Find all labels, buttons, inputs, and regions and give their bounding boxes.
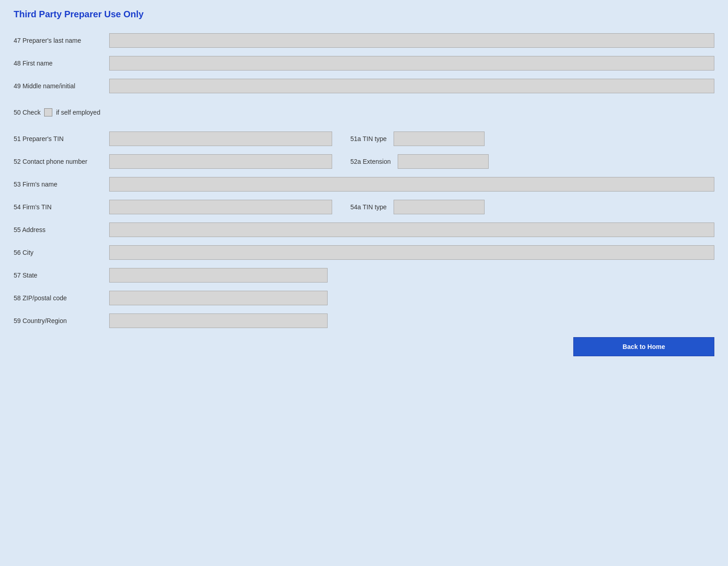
- field-59-row: 59 Country/Region: [14, 313, 714, 328]
- field-52a-input[interactable]: [398, 154, 489, 169]
- field-49-row: 49 Middle name/initial: [14, 79, 714, 93]
- field-55-input[interactable]: [109, 222, 714, 237]
- form-container: Third Party Preparer Use Only 47 Prepare…: [14, 9, 714, 356]
- back-to-home-row: Back to Home: [14, 337, 714, 356]
- page-title: Third Party Preparer Use Only: [14, 9, 714, 20]
- field-53-row: 53 Firm's name: [14, 177, 714, 192]
- field-54-label: 54 Firm's TIN: [14, 203, 109, 211]
- field-57-label: 57 State: [14, 272, 109, 279]
- field-55-row: 55 Address: [14, 222, 714, 237]
- field-48-input[interactable]: [109, 56, 714, 71]
- field-54-input[interactable]: [109, 200, 332, 214]
- field-54a-label: 54a TIN type: [350, 203, 387, 211]
- field-52-row: 52 Contact phone number 52a Extension: [14, 154, 714, 169]
- field-56-input[interactable]: [109, 245, 714, 260]
- field-57-input[interactable]: [109, 268, 328, 283]
- field-56-row: 56 City: [14, 245, 714, 260]
- field-52a-label: 52a Extension: [350, 158, 391, 165]
- field-58-label: 58 ZIP/postal code: [14, 294, 109, 302]
- field-59-label: 59 Country/Region: [14, 317, 109, 324]
- field-56-label: 56 City: [14, 249, 109, 256]
- field-59-input[interactable]: [109, 313, 328, 328]
- field-51a-input[interactable]: [394, 131, 485, 146]
- back-to-home-button[interactable]: Back to Home: [573, 337, 714, 356]
- field-52-input[interactable]: [109, 154, 332, 169]
- field-50-checkbox[interactable]: [44, 108, 52, 116]
- field-47-label: 47 Preparer's last name: [14, 37, 109, 44]
- field-50-row: 50 Check if self employed: [14, 108, 714, 116]
- field-51a-label: 51a TIN type: [350, 135, 387, 142]
- field-54a-input[interactable]: [394, 200, 485, 214]
- field-47-input[interactable]: [109, 33, 714, 48]
- field-49-label: 49 Middle name/initial: [14, 82, 109, 90]
- field-57-row: 57 State: [14, 268, 714, 283]
- field-54-row: 54 Firm's TIN 54a TIN type: [14, 200, 714, 214]
- field-49-input[interactable]: [109, 79, 714, 93]
- field-48-label: 48 First name: [14, 60, 109, 67]
- field-50-label-pre: 50 Check: [14, 109, 40, 116]
- field-55-label: 55 Address: [14, 226, 109, 233]
- field-58-input[interactable]: [109, 291, 328, 305]
- field-58-row: 58 ZIP/postal code: [14, 291, 714, 305]
- field-51-label: 51 Preparer's TIN: [14, 135, 109, 142]
- field-53-label: 53 Firm's name: [14, 181, 109, 188]
- field-51-row: 51 Preparer's TIN 51a TIN type: [14, 131, 714, 146]
- field-51-input[interactable]: [109, 131, 332, 146]
- field-47-row: 47 Preparer's last name: [14, 33, 714, 48]
- field-53-input[interactable]: [109, 177, 714, 192]
- field-52-label: 52 Contact phone number: [14, 158, 109, 165]
- field-48-row: 48 First name: [14, 56, 714, 71]
- field-50-label-post: if self employed: [56, 109, 100, 116]
